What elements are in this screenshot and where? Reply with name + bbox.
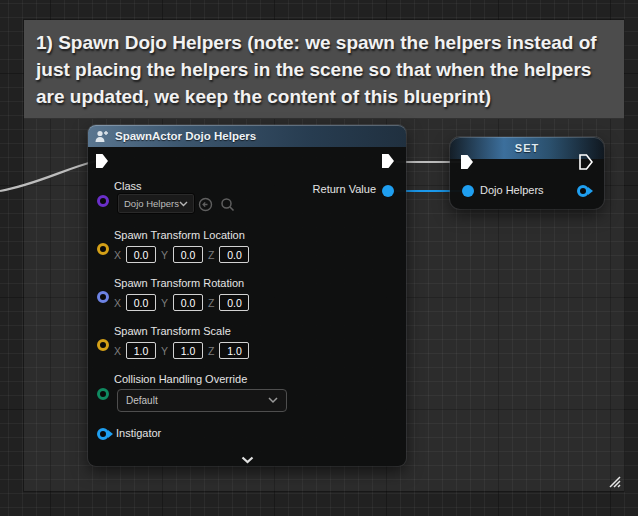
chevron-down-icon xyxy=(241,456,254,464)
chevron-down-icon xyxy=(268,397,278,404)
scale-x-input[interactable] xyxy=(126,342,156,359)
instigator-pin[interactable] xyxy=(97,428,109,440)
spawnactor-node-header[interactable]: SpawnActor Dojo Helpers xyxy=(88,125,406,147)
spawn-transform-scale-label: Spawn Transform Scale xyxy=(114,325,249,337)
scale-z-input[interactable] xyxy=(219,342,249,359)
magnifying-glass-icon[interactable] xyxy=(220,197,235,212)
rotation-xyz-row: X Y Z xyxy=(114,294,249,311)
set-exec-in-pin[interactable] xyxy=(460,154,474,170)
set-node[interactable]: SET Dojo Helpers xyxy=(450,137,604,209)
scale-xyz-row: X Y Z xyxy=(114,342,249,359)
class-dropdown[interactable]: Dojo Helpers xyxy=(117,193,195,214)
location-y-input[interactable] xyxy=(173,246,203,263)
collision-handling-dropdown[interactable]: Default xyxy=(117,389,287,412)
use-selected-icon[interactable] xyxy=(198,197,213,212)
location-xyz-row: X Y Z xyxy=(114,246,249,263)
exec-in-pin[interactable] xyxy=(95,153,109,169)
axis-z-label: Z xyxy=(208,345,214,357)
spawnactor-node[interactable]: SpawnActor Dojo Helpers Class Dojo Helpe… xyxy=(88,125,406,466)
scale-y-input[interactable] xyxy=(173,342,203,359)
spawn-transform-location-pin[interactable] xyxy=(97,243,109,255)
blueprint-canvas[interactable]: 1) Spawn Dojo Helpers (note: we spawn th… xyxy=(0,0,638,516)
axis-x-label: X xyxy=(114,297,121,309)
set-dojo-helpers-out-pin[interactable] xyxy=(577,185,589,197)
collision-handling-override-label: Collision Handling Override xyxy=(114,373,247,385)
axis-y-label: Y xyxy=(161,297,168,309)
spawn-transform-location-label: Spawn Transform Location xyxy=(114,229,249,241)
set-variable-label: Dojo Helpers xyxy=(480,184,544,196)
comment-title[interactable]: 1) Spawn Dojo Helpers (note: we spawn th… xyxy=(24,20,624,119)
location-x-input[interactable] xyxy=(126,246,156,263)
collision-handling-dropdown-value: Default xyxy=(126,395,158,406)
instigator-label: Instigator xyxy=(116,427,161,439)
class-pin-label: Class xyxy=(114,180,142,192)
axis-y-label: Y xyxy=(161,249,168,261)
spawn-transform-scale-pin[interactable] xyxy=(97,339,109,351)
exec-out-pin[interactable] xyxy=(381,153,395,169)
rotation-y-input[interactable] xyxy=(173,294,203,311)
axis-z-label: Z xyxy=(208,297,214,309)
spawn-transform-location-group: Spawn Transform Location X Y Z xyxy=(114,229,249,263)
expand-node-button[interactable] xyxy=(88,450,406,468)
rotation-z-input[interactable] xyxy=(219,294,249,311)
chevron-down-icon xyxy=(179,201,188,207)
class-dropdown-value: Dojo Helpers xyxy=(124,198,179,209)
spawn-actor-icon xyxy=(94,129,109,143)
rotation-x-input[interactable] xyxy=(126,294,156,311)
location-z-input[interactable] xyxy=(219,246,249,263)
collision-handling-override-pin[interactable] xyxy=(97,388,109,400)
spawnactor-node-title: SpawnActor Dojo Helpers xyxy=(115,130,256,142)
spawn-transform-rotation-group: Spawn Transform Rotation X Y Z xyxy=(114,277,249,311)
spawn-transform-rotation-pin[interactable] xyxy=(97,291,109,303)
axis-y-label: Y xyxy=(161,345,168,357)
set-exec-out-pin[interactable] xyxy=(579,154,593,170)
resize-grip-icon[interactable] xyxy=(607,474,621,488)
axis-x-label: X xyxy=(114,249,121,261)
axis-z-label: Z xyxy=(208,249,214,261)
class-pin[interactable] xyxy=(97,195,109,207)
set-node-title: SET xyxy=(515,142,539,154)
return-value-pin[interactable] xyxy=(382,185,394,197)
spawn-transform-rotation-label: Spawn Transform Rotation xyxy=(114,277,249,289)
axis-x-label: X xyxy=(114,345,121,357)
set-dojo-helpers-in-pin[interactable] xyxy=(462,185,474,197)
return-value-label: Return Value xyxy=(313,183,376,195)
spawn-transform-scale-group: Spawn Transform Scale X Y Z xyxy=(114,325,249,359)
